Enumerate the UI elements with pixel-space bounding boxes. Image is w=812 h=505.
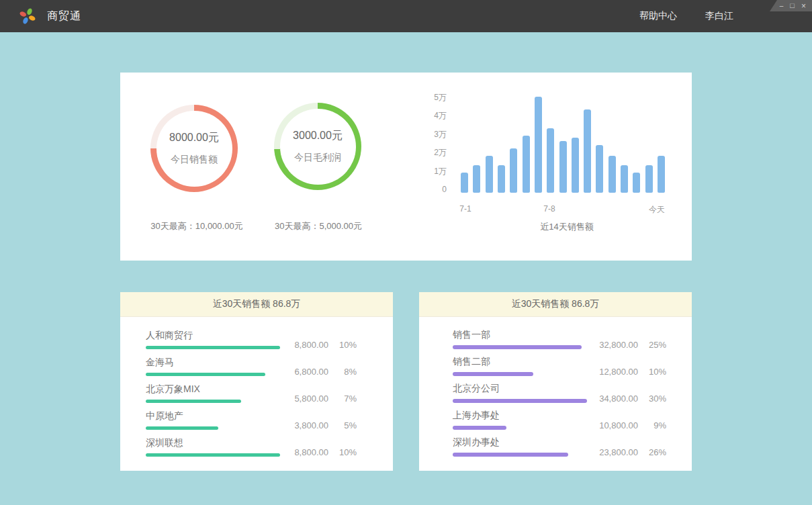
chart-bar [535, 97, 542, 193]
amount: 32,800.00 [599, 340, 638, 350]
x-tick: 7-8 [543, 204, 555, 214]
chart-caption: 近14天销售额 [540, 221, 593, 233]
rank-row: 销售一部 32,800.00 25% [453, 322, 666, 349]
help-center-link[interactable]: 帮助中心 [639, 10, 677, 22]
chart-bar [584, 109, 591, 193]
percent: 10% [646, 367, 666, 377]
customer-ranking-card: 近30天销售额 86.8万 人和商贸行 8,800.00 10% 金海马 [120, 292, 393, 471]
progress-bar [146, 400, 241, 403]
progress-bar [146, 426, 218, 430]
rank-row: 北京万象MIX 5,800.00 7% [146, 376, 357, 403]
customer-name: 北京万象MIX [146, 383, 280, 394]
today-sales-value: 8000.00元 [169, 131, 219, 145]
percent: 8% [336, 367, 357, 377]
progress-bar [453, 399, 587, 403]
overview-card: 8000.00元 今日销售额 30天最高：10,000.00元 3000.00元… [120, 73, 692, 261]
department-name: 销售二部 [453, 356, 587, 367]
customer-name: 人和商贸行 [146, 330, 280, 340]
chart-bar [658, 156, 665, 193]
department-ranking-list: 销售一部 32,800.00 25% 销售二部 12,800.00 [419, 317, 692, 457]
department-name: 销售一部 [453, 329, 587, 340]
y-tick: 0 [442, 185, 447, 194]
today-sales-label: 今日销售额 [171, 154, 218, 166]
progress-bar [453, 426, 506, 430]
percent: 30% [646, 394, 666, 404]
chart-bar [486, 156, 493, 193]
donut-center: 8000.00元 今日销售额 [156, 111, 232, 187]
percent: 9% [646, 420, 666, 430]
maximize-icon[interactable]: □ [790, 2, 795, 9]
today-sales-donut: 8000.00元 今日销售额 [150, 105, 238, 192]
amount: 10,800.00 [599, 420, 638, 430]
y-tick: 4万 [434, 111, 447, 120]
customer-name: 深圳联想 [146, 437, 280, 448]
amount: 8,800.00 [294, 447, 328, 457]
amount: 8,800.00 [294, 340, 328, 350]
customer-ranking-title: 近30天销售额 86.8万 [120, 292, 393, 317]
y-tick: 2万 [434, 148, 447, 157]
rank-row: 人和商贸行 8,800.00 10% [146, 322, 357, 349]
progress-bar [453, 372, 533, 376]
chart-bar [510, 148, 517, 193]
percent: 25% [646, 340, 666, 350]
department-ranking-card: 近30天销售额 86.8万 销售一部 32,800.00 25% 销售二部 [419, 292, 692, 471]
department-name: 北京分公司 [453, 383, 587, 394]
chart-bar [633, 173, 640, 193]
amount: 5,800.00 [294, 394, 328, 404]
today-profit-value: 3000.00元 [293, 129, 343, 143]
user-name-link[interactable]: 李白江 [705, 10, 733, 22]
chart-bar [621, 165, 628, 193]
percent: 10% [336, 340, 357, 350]
y-tick: 1万 [434, 167, 447, 176]
today-profit-label: 今日毛利润 [294, 152, 341, 164]
topbar: 商贸通 帮助中心 李白江 – □ × [0, 0, 812, 32]
app-title: 商贸通 [47, 9, 81, 24]
minimize-icon[interactable]: – [780, 3, 784, 9]
amount: 23,800.00 [599, 447, 638, 457]
y-tick: 3万 [434, 130, 447, 139]
progress-bar [453, 345, 582, 349]
chart-bar [608, 156, 616, 193]
rank-row: 深圳联想 8,800.00 10% [146, 430, 357, 457]
chart-y-axis: 5万 4万 3万 2万 1万 0 [408, 93, 447, 194]
customer-name: 金海马 [146, 357, 280, 367]
rank-row: 销售二部 12,800.00 10% [453, 349, 666, 376]
chart-bar [572, 138, 579, 193]
x-tick: 7-1 [459, 204, 471, 214]
progress-bar [146, 373, 265, 376]
pinwheel-logo-icon [19, 7, 36, 25]
chart-bar [473, 165, 480, 193]
department-name: 深圳办事处 [453, 437, 587, 447]
sales-30day-max: 30天最高：10,000.00元 [150, 220, 242, 232]
profit-30day-max: 30天最高：5,000.00元 [275, 220, 362, 232]
card-title-text: 近30天销售额 86.8万 [213, 298, 301, 310]
amount: 12,800.00 [599, 367, 638, 377]
y-tick: 5万 [434, 93, 447, 102]
amount: 3,800.00 [294, 420, 328, 430]
card-title-text: 近30天销售额 86.8万 [512, 298, 600, 310]
brand: 商贸通 [19, 7, 81, 25]
percent: 10% [336, 447, 357, 457]
close-icon[interactable]: × [801, 2, 806, 10]
customer-name: 中原地产 [146, 410, 280, 421]
top-navigation: 帮助中心 李白江 [639, 10, 733, 22]
chart-bar [547, 128, 554, 193]
progress-bar [146, 453, 280, 457]
dashboard: 8000.00元 今日销售额 30天最高：10,000.00元 3000.00元… [0, 73, 812, 471]
amount: 6,800.00 [294, 367, 328, 377]
chart-bar [596, 145, 603, 193]
rank-row: 中原地产 3,800.00 5% [146, 403, 357, 430]
rank-row: 北京分公司 34,800.00 30% [453, 376, 666, 403]
rank-row: 金海马 6,800.00 8% [146, 349, 357, 376]
progress-bar [146, 346, 280, 349]
today-profit-donut: 3000.00元 今日毛利润 [274, 103, 361, 190]
rank-row: 上海办事处 10,800.00 9% [453, 403, 666, 430]
sales-trend-bar-chart [461, 92, 665, 193]
amount: 34,800.00 [599, 394, 638, 404]
chart-bar [645, 165, 653, 193]
percent: 26% [646, 447, 666, 457]
chart-bar [498, 165, 505, 193]
window-controls: – □ × [770, 0, 812, 11]
progress-bar [453, 453, 568, 457]
percent: 5% [336, 420, 357, 430]
